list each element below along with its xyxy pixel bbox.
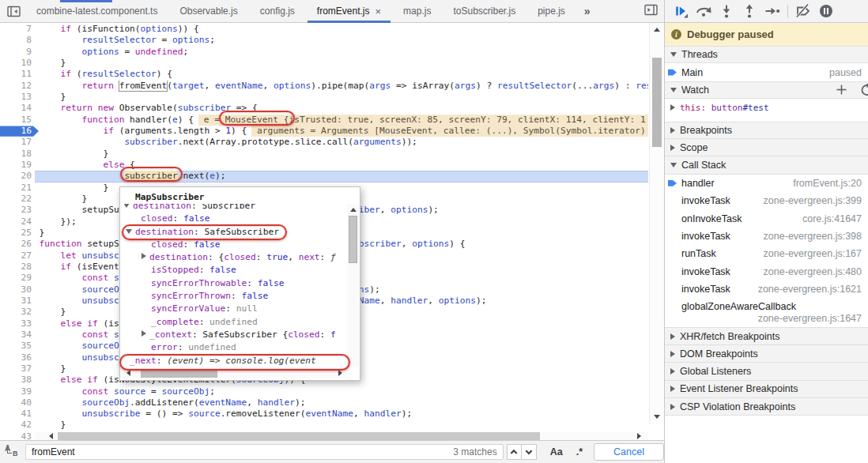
popup-property-row[interactable]: syncErrorThrowable: false (120, 277, 347, 290)
scroll-down-icon[interactable] (652, 412, 662, 421)
popup-property-row[interactable]: syncErrorThrown: false (120, 290, 347, 303)
line-number[interactable]: 14 (0, 103, 35, 114)
regex-button[interactable]: .* (576, 446, 583, 457)
line-number[interactable]: 42 (0, 420, 35, 431)
line-number[interactable]: 10 (0, 58, 35, 69)
line-number[interactable]: 27 (0, 250, 35, 262)
section-dom-breakpoints[interactable]: DOM Breakpoints (665, 345, 868, 363)
replace-toggle-icon[interactable]: A B (5, 445, 21, 459)
line-number[interactable]: 26 (0, 239, 35, 250)
thread-row-main[interactable]: Main paused (665, 63, 868, 81)
watch-expression-row[interactable]: this: button#test (665, 99, 868, 116)
popup-property-row[interactable]: destination: {closed: true, next: ƒ (120, 251, 347, 264)
navigator-toggle-icon[interactable] (6, 5, 21, 17)
section-breakpoints[interactable]: Breakpoints (665, 122, 868, 139)
line-number[interactable]: 20 (0, 171, 35, 182)
popup-property-row[interactable]: _complete: undefined (120, 316, 347, 329)
callstack-frame[interactable]: invokeTaskzone-evergreen.js:1621 (665, 280, 868, 298)
line-number[interactable]: 9 (0, 47, 35, 58)
code-line[interactable]: 11 if (resultSelector) { (0, 69, 648, 80)
popup-property-row[interactable]: _context: SafeSubscriber {closed: f (120, 329, 347, 341)
tree-collapsed-icon[interactable] (142, 330, 146, 337)
section-watch[interactable]: Watch (665, 81, 868, 99)
file-tab[interactable]: pipe.js (526, 0, 576, 23)
tree-collapsed-icon[interactable] (142, 253, 146, 259)
callstack-frame[interactable]: handlerfromEvent.js:20 (665, 175, 868, 192)
code-line[interactable]: 18 } (0, 149, 648, 160)
line-number[interactable]: 34 (0, 329, 35, 341)
line-number[interactable]: 19 (0, 160, 35, 171)
popup-property-row[interactable]: isStopped: false (120, 264, 347, 277)
cancel-button[interactable]: Cancel (594, 443, 664, 461)
callstack-frame[interactable]: invokeTaskzone-evergreen.js:398 (665, 228, 868, 245)
line-number[interactable]: 8 (0, 35, 35, 46)
line-number[interactable]: 17 (0, 137, 35, 148)
line-number[interactable]: 21 (0, 183, 35, 194)
code-line[interactable]: 16 if (arguments.length > 1) { arguments… (0, 126, 648, 137)
line-number[interactable]: 24 (0, 216, 35, 228)
search-previous-button[interactable] (507, 444, 522, 460)
section-callstack[interactable]: Call Stack (665, 156, 868, 174)
section-event-listener-breakpoints[interactable]: Event Listener Breakpoints (665, 381, 868, 398)
chevron-collapsed-icon[interactable] (670, 104, 675, 111)
line-number[interactable]: 13 (0, 92, 35, 103)
popup-property-row[interactable]: closed: false (120, 239, 347, 251)
code-line[interactable]: 12 return fromEvent(target, eventName, o… (0, 81, 648, 92)
callstack-frame[interactable]: invokeTaskzone-evergreen.js:480 (665, 263, 868, 280)
code-line[interactable]: 13 } (0, 92, 648, 103)
step-out-icon[interactable] (739, 2, 760, 20)
line-number[interactable]: 11 (0, 69, 35, 80)
file-tab[interactable]: Observable.js (168, 0, 248, 23)
code-line[interactable]: 42 } (0, 420, 648, 431)
line-number[interactable]: 36 (0, 352, 35, 363)
section-xhr-fetch-breakpoints[interactable]: XHR/fetch Breakpoints (665, 327, 868, 344)
file-tab[interactable]: combine-latest.component.ts (25, 0, 168, 23)
editor-vertical-scrollbar[interactable] (649, 23, 664, 424)
line-number[interactable]: 40 (0, 397, 35, 408)
line-number[interactable]: 7 (0, 24, 35, 35)
tab-overflow-button[interactable]: » (576, 5, 598, 17)
line-number[interactable]: 33 (0, 318, 35, 329)
scroll-up-icon[interactable] (652, 24, 662, 34)
step-over-icon[interactable] (693, 2, 714, 20)
callstack-frame[interactable]: invokeTaskzone-evergreen.js:399 (665, 192, 868, 209)
file-tab[interactable]: config.js (249, 0, 306, 23)
search-input[interactable]: fromEvent 3 matches (25, 444, 504, 460)
line-number[interactable]: 37 (0, 363, 35, 375)
step-icon[interactable] (762, 2, 783, 20)
line-number[interactable]: 28 (0, 262, 35, 273)
popup-property-row[interactable]: syncErrorValue: null (120, 303, 347, 315)
match-case-button[interactable]: Aa (550, 446, 563, 457)
file-tab[interactable]: fromEvent.js× (306, 0, 392, 23)
resume-icon[interactable] (670, 2, 691, 20)
scroll-left-icon[interactable] (46, 431, 55, 440)
code-line[interactable]: 9 options = undefined; (0, 47, 648, 58)
callstack-frame[interactable]: runTaskzone-evergreen.js:167 (665, 245, 868, 262)
line-number[interactable]: 41 (0, 408, 35, 420)
code-line[interactable]: 14 return new Observable(subscriber => { (0, 103, 648, 114)
line-number[interactable]: 39 (0, 386, 35, 397)
refresh-watch-icon[interactable] (860, 84, 868, 96)
popup-property-row[interactable]: error: undefined (120, 341, 347, 354)
deactivate-breakpoints-icon[interactable] (793, 2, 813, 20)
section-csp-violation-breakpoints[interactable]: CSP Violation Breakpoints (665, 398, 868, 416)
line-number[interactable]: 32 (0, 307, 35, 318)
tab-close-icon[interactable]: × (376, 6, 382, 17)
code-line[interactable]: 17 subscriber.next(Array.prototype.slice… (0, 137, 648, 148)
line-number[interactable]: 35 (0, 341, 35, 352)
pause-on-exceptions-icon[interactable] (816, 2, 836, 20)
line-number[interactable]: 22 (0, 194, 35, 205)
section-global-listeners[interactable]: Global Listeners (665, 363, 868, 380)
breakpoint-line-number[interactable]: 16 (0, 126, 35, 137)
code-editor[interactable]: 7 if (isFunction(options)) {8 resultSele… (0, 23, 664, 440)
code-line[interactable]: 19 else { (0, 160, 648, 171)
add-watch-icon[interactable] (836, 84, 847, 96)
code-line[interactable]: 39 const source = sourceObj; (0, 386, 648, 397)
code-line[interactable]: 7 if (isFunction(options)) { (0, 24, 648, 35)
section-threads[interactable]: Threads (665, 46, 868, 63)
popup-vertical-scrollbar[interactable] (347, 204, 359, 367)
code-line[interactable]: 41 unsubscribe = () => source.removeList… (0, 408, 648, 420)
line-number[interactable]: 29 (0, 273, 35, 284)
editor-horizontal-scrollbar[interactable] (35, 431, 648, 440)
tree-expanded-icon[interactable] (123, 204, 130, 208)
